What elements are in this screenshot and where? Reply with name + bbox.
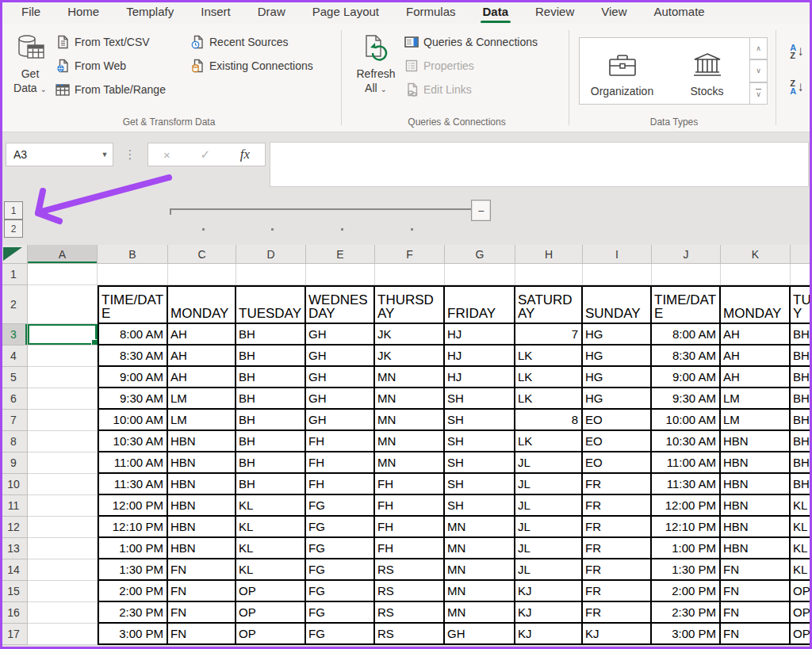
cell-D17[interactable]: OP — [236, 624, 306, 645]
cell-E8[interactable]: FH — [306, 431, 375, 452]
cell-H10[interactable]: JL — [515, 474, 583, 495]
cell-C4[interactable]: AH — [168, 345, 236, 367]
cell-J15[interactable]: 2:00 PM — [652, 581, 721, 602]
cell-E9[interactable]: FH — [306, 452, 375, 474]
cell-G2[interactable]: FRIDAY — [445, 285, 515, 324]
cell-B5[interactable]: 9:00 AM — [98, 367, 168, 388]
name-box[interactable]: A3 ▼ — [6, 143, 113, 166]
column-header-D[interactable]: D — [236, 245, 306, 264]
row-header-4[interactable]: 4 — [0, 345, 28, 367]
cell-F3[interactable]: JK — [375, 324, 445, 345]
cell-G1[interactable] — [445, 264, 515, 285]
cell-C8[interactable]: HBN — [168, 431, 236, 452]
cell-F15[interactable]: RS — [375, 581, 445, 602]
cell-H17[interactable]: KJ — [515, 624, 583, 645]
cell-G13[interactable]: MN — [445, 538, 515, 559]
row-header-2[interactable]: 2 — [0, 285, 28, 324]
cell-K10[interactable]: HBN — [721, 474, 791, 495]
cell-L8[interactable]: BH — [791, 431, 812, 452]
column-header-L[interactable]: L — [791, 245, 812, 264]
cell-A14[interactable] — [28, 559, 98, 581]
row-header-12[interactable]: 12 — [0, 517, 28, 538]
cell-A11[interactable] — [28, 495, 98, 517]
cell-C3[interactable]: AH — [168, 324, 236, 345]
cell-L15[interactable]: OP — [791, 581, 812, 602]
cell-L2[interactable]: TUESDAY — [791, 285, 812, 324]
select-all-corner[interactable] — [0, 245, 28, 264]
cell-E4[interactable]: GH — [306, 345, 375, 367]
outline-level-2-button[interactable]: 2 — [4, 220, 23, 238]
cell-D9[interactable]: BH — [236, 452, 306, 474]
cell-L1[interactable] — [791, 264, 812, 285]
from-web-button[interactable]: From Web — [56, 57, 166, 74]
cell-K15[interactable]: FN — [721, 581, 791, 602]
get-data-button[interactable]: Get Data ⌄ — [6, 30, 54, 97]
gallery-more-button[interactable]: ∨ — [749, 82, 768, 105]
cell-B16[interactable]: 2:30 PM — [98, 602, 168, 624]
row-header-16[interactable]: 16 — [0, 602, 28, 624]
cell-E3[interactable]: GH — [306, 324, 375, 345]
cell-L3[interactable]: BH — [791, 324, 812, 345]
cell-J6[interactable]: 9:30 AM — [652, 388, 721, 410]
row-header-15[interactable]: 15 — [0, 581, 28, 602]
outline-level-1-button[interactable]: 1 — [4, 201, 23, 220]
tab-draw[interactable]: Draw — [244, 0, 299, 24]
cell-D16[interactable]: OP — [236, 602, 306, 624]
cell-I8[interactable]: EO — [583, 431, 652, 452]
cell-K4[interactable]: AH — [721, 345, 791, 367]
cell-J1[interactable] — [652, 264, 721, 285]
cell-L17[interactable]: OP — [791, 624, 812, 645]
tab-insert[interactable]: Insert — [187, 0, 244, 24]
cell-F8[interactable]: MN — [375, 431, 445, 452]
cell-I7[interactable]: EO — [583, 410, 652, 431]
cell-B9[interactable]: 11:00 AM — [98, 452, 168, 474]
cell-H4[interactable]: LK — [515, 345, 583, 367]
row-header-14[interactable]: 14 — [0, 559, 28, 581]
gallery-scroll-up-button[interactable]: ∧ — [749, 37, 768, 59]
cell-G5[interactable]: HJ — [445, 367, 515, 388]
existing-connections-button[interactable]: Existing Connections — [190, 57, 313, 74]
row-header-7[interactable]: 7 — [0, 410, 28, 431]
cell-I16[interactable]: FR — [583, 602, 652, 624]
cell-F4[interactable]: JK — [375, 345, 445, 367]
cell-K3[interactable]: AH — [721, 324, 791, 345]
row-header-5[interactable]: 5 — [0, 367, 28, 388]
cell-K17[interactable]: FN — [721, 624, 791, 645]
cell-G16[interactable]: MN — [445, 602, 515, 624]
tab-templafy[interactable]: Templafy — [113, 0, 187, 24]
cell-I4[interactable]: HG — [583, 345, 652, 367]
cell-H6[interactable]: LK — [515, 388, 583, 410]
column-header-E[interactable]: E — [306, 245, 375, 264]
cell-G6[interactable]: SH — [445, 388, 515, 410]
cell-A12[interactable] — [28, 517, 98, 538]
cell-H3[interactable]: 7 — [515, 324, 583, 345]
cell-C5[interactable]: AH — [168, 367, 236, 388]
cell-I6[interactable]: HG — [583, 388, 652, 410]
cell-F10[interactable]: FH — [375, 474, 445, 495]
tab-view[interactable]: View — [588, 0, 640, 24]
cell-I9[interactable]: EO — [583, 452, 652, 474]
tab-automate[interactable]: Automate — [640, 0, 718, 24]
cell-F5[interactable]: MN — [375, 367, 445, 388]
cell-G10[interactable]: SH — [445, 474, 515, 495]
cell-H14[interactable]: JL — [515, 559, 583, 581]
row-header-6[interactable]: 6 — [0, 388, 28, 410]
data-type-organization[interactable]: Organization — [580, 38, 665, 104]
cell-J8[interactable]: 10:30 AM — [652, 431, 721, 452]
cell-K8[interactable]: HBN — [721, 431, 791, 452]
enter-icon[interactable]: ✓ — [200, 147, 210, 162]
cell-F12[interactable]: FH — [375, 517, 445, 538]
cell-G9[interactable]: SH — [445, 452, 515, 474]
row-header-8[interactable]: 8 — [0, 431, 28, 452]
cell-A4[interactable] — [28, 345, 98, 367]
cell-D4[interactable]: BH — [236, 345, 306, 367]
cell-D8[interactable]: BH — [236, 431, 306, 452]
cell-I11[interactable]: FR — [583, 495, 652, 517]
cell-A17[interactable] — [28, 624, 98, 645]
cell-H5[interactable]: LK — [515, 367, 583, 388]
cell-K16[interactable]: FN — [721, 602, 791, 624]
column-header-A[interactable]: A — [28, 245, 98, 264]
column-header-H[interactable]: H — [515, 245, 583, 264]
column-header-K[interactable]: K — [721, 245, 791, 264]
cell-J13[interactable]: 1:00 PM — [652, 538, 721, 559]
